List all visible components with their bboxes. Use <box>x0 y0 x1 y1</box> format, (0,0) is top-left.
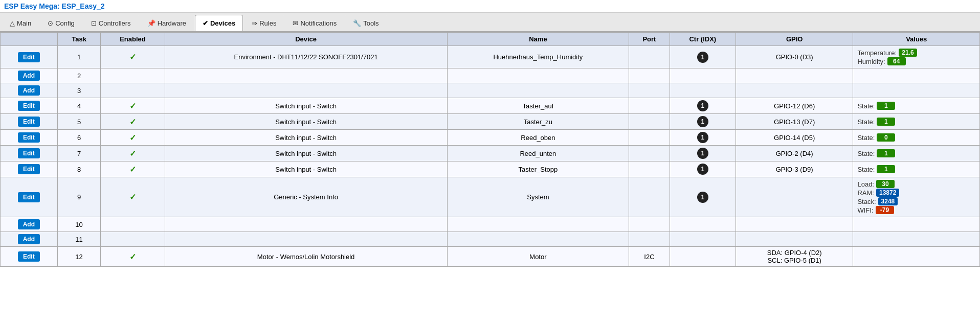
value-label: State: <box>857 102 875 110</box>
name-cell: Taster_zu <box>447 114 629 130</box>
add-button[interactable]: Add <box>18 71 40 81</box>
edit-button[interactable]: Edit <box>18 52 40 62</box>
value-row: Load:30 <box>857 180 975 188</box>
gpio-cell: SDA: GPIO-4 (D2)SCL: GPIO-5 (D1) <box>736 247 853 267</box>
edit-button[interactable]: Edit <box>18 101 40 111</box>
table-row: Add10 <box>1 217 980 232</box>
task-number: 12 <box>57 247 101 267</box>
port-cell <box>629 130 670 146</box>
edit-button[interactable]: Edit <box>18 132 40 143</box>
enabled-cell: ✓ <box>101 247 165 267</box>
value-badge: 0 <box>877 133 895 142</box>
value-label: Temperature: <box>857 49 897 57</box>
nav-tab-notifications[interactable]: ✉Notifications <box>285 15 344 31</box>
check-icon: ✓ <box>129 252 136 261</box>
enabled-cell: ✓ <box>101 46 165 68</box>
gpio-cell <box>736 217 853 232</box>
value-badge: 64 <box>887 57 906 65</box>
port-cell <box>629 98 670 114</box>
value-badge: 21.6 <box>899 49 917 57</box>
device-cell: Switch input - Switch <box>165 130 447 146</box>
values-cell: State:1 <box>853 98 980 114</box>
controllers-icon: ⊡ <box>91 19 97 27</box>
value-label: State: <box>857 118 875 126</box>
main-label: Main <box>17 19 31 27</box>
values-cell: State:1 <box>853 146 980 161</box>
name-cell: System <box>447 177 629 217</box>
value-badge: 1 <box>877 118 895 126</box>
devices-icon: ✔ <box>203 19 208 27</box>
table-row: Edit6✓Switch input - SwitchReed_oben1GPI… <box>1 130 980 146</box>
col-port: Port <box>629 33 670 46</box>
edit-button[interactable]: Edit <box>18 251 40 262</box>
gpio-cell: GPIO-14 (D5) <box>736 130 853 146</box>
check-icon: ✓ <box>129 193 136 201</box>
add-button[interactable]: Add <box>18 219 40 229</box>
value-badge: 3248 <box>878 197 898 205</box>
check-icon: ✓ <box>129 118 136 126</box>
gpio-cell <box>736 83 853 98</box>
edit-button[interactable]: Edit <box>18 117 40 127</box>
add-button[interactable]: Add <box>18 234 40 244</box>
port-cell <box>629 46 670 68</box>
devices-label: Devices <box>210 19 235 27</box>
col-action <box>1 33 58 46</box>
nav-tab-rules[interactable]: ⇒Rules <box>244 15 284 31</box>
config-label: Config <box>55 19 75 27</box>
ctr-cell: 1 <box>670 161 736 177</box>
ctr-badge: 1 <box>697 116 708 127</box>
value-badge: -79 <box>876 206 894 214</box>
edit-button[interactable]: Edit <box>18 148 40 158</box>
col-values: Values <box>853 33 980 46</box>
value-label: State: <box>857 166 875 173</box>
name-cell: Reed_unten <box>447 146 629 161</box>
ctr-cell <box>670 217 736 232</box>
value-label: Stack: <box>857 198 876 205</box>
ctr-badge: 1 <box>697 100 708 111</box>
table-header-row: Task Enabled Device Name Port Ctr (IDX) … <box>1 33 980 46</box>
nav-tab-hardware[interactable]: 📌Hardware <box>140 15 194 31</box>
nav-tab-tools[interactable]: 🔧Tools <box>345 15 386 31</box>
page-title: ESP Easy Mega: ESP_Easy_2 <box>0 0 980 13</box>
table-row: Edit9✓Generic - System InfoSystem1Load:3… <box>1 177 980 217</box>
value-label: RAM: <box>857 189 874 197</box>
value-row: Stack:3248 <box>857 197 975 205</box>
ctr-cell: 1 <box>670 146 736 161</box>
notifications-icon: ✉ <box>293 19 298 27</box>
notifications-label: Notifications <box>300 19 337 27</box>
action-cell: Add <box>1 232 58 247</box>
task-number: 4 <box>57 98 101 114</box>
nav-tab-controllers[interactable]: ⊡Controllers <box>83 15 139 31</box>
port-cell <box>629 114 670 130</box>
table-row: Add11 <box>1 232 980 247</box>
check-icon: ✓ <box>129 102 136 110</box>
col-device: Device <box>165 33 447 46</box>
gpio-cell: GPIO-12 (D6) <box>736 98 853 114</box>
table-row: Edit4✓Switch input - SwitchTaster_auf1GP… <box>1 98 980 114</box>
col-ctr: Ctr (IDX) <box>670 33 736 46</box>
nav-tab-config[interactable]: ⊙Config <box>40 15 82 31</box>
col-task: Task <box>57 33 101 46</box>
ctr-cell: 1 <box>670 46 736 68</box>
nav-tab-main[interactable]: △Main <box>2 15 39 31</box>
name-cell <box>447 83 629 98</box>
table-row: Edit8✓Switch input - SwitchTaster_Stopp1… <box>1 161 980 177</box>
table-row: Edit12✓Motor - Wemos/Lolin MotorshieldMo… <box>1 247 980 267</box>
add-button[interactable]: Add <box>18 85 40 96</box>
task-number: 3 <box>57 83 101 98</box>
tools-label: Tools <box>363 19 378 27</box>
device-cell: Motor - Wemos/Lolin Motorshield <box>165 247 447 267</box>
nav-bar: △Main⊙Config⊡Controllers📌Hardware✔Device… <box>0 13 980 32</box>
edit-button[interactable]: Edit <box>18 164 40 174</box>
action-cell: Edit <box>1 177 58 217</box>
ctr-badge: 1 <box>697 148 708 159</box>
value-row: State:1 <box>857 118 975 126</box>
enabled-cell: ✓ <box>101 114 165 130</box>
edit-button[interactable]: Edit <box>18 192 40 202</box>
task-number: 1 <box>57 46 101 68</box>
nav-tab-devices[interactable]: ✔Devices <box>195 15 243 31</box>
rules-icon: ⇒ <box>252 19 257 27</box>
port-cell <box>629 232 670 247</box>
name-cell <box>447 68 629 83</box>
task-number: 5 <box>57 114 101 130</box>
